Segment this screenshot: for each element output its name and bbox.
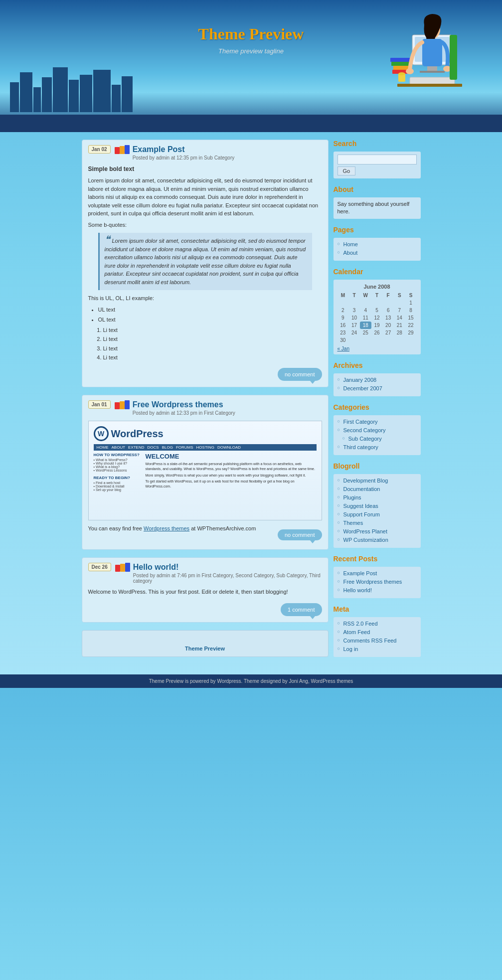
wp-left-link6: • Download & install <box>94 485 144 488</box>
cat-second-link[interactable]: Second Category <box>343 427 386 433</box>
blogroll-plugins-link[interactable]: Plugins <box>343 494 361 500</box>
cal-th-f: F <box>382 292 394 299</box>
cat-first-link[interactable]: First Category <box>343 419 378 425</box>
post-body-3: Welcome to WordPress. This is your first… <box>88 588 322 616</box>
svg-rect-5 <box>397 84 462 87</box>
cat-third-link[interactable]: Third category <box>343 444 378 450</box>
meta-rss2-link[interactable]: RSS 2.0 Feed <box>343 621 378 627</box>
blogroll-wpplanet-link[interactable]: WordPress Planet <box>343 528 387 534</box>
meta-comments-rss-link[interactable]: Comments RSS Feed <box>343 638 397 644</box>
meta-atom[interactable]: Atom Feed <box>337 629 417 636</box>
cal-d-empty6 <box>394 299 405 307</box>
blogroll-docs[interactable]: Documentation <box>337 486 417 492</box>
blogroll-themes-link[interactable]: Themes <box>343 520 363 526</box>
sidebar-about: About Say something about yourself here. <box>334 185 421 219</box>
cal-d-e1 <box>348 336 360 344</box>
post-meta-2: Posted by admin at 12:33 pm in First Cat… <box>133 410 235 416</box>
calendar-prev-link[interactable]: « Jan <box>337 346 349 351</box>
page-home-link[interactable]: Home <box>343 241 358 247</box>
post-body-text-2b: at WPThemesArchive.com <box>191 525 256 531</box>
meta-login[interactable]: Log in <box>337 646 417 653</box>
cal-d-18-today[interactable]: 18 <box>360 322 371 329</box>
pages-title: Pages <box>334 226 421 235</box>
wp-logo-circle: W <box>94 426 109 441</box>
wp-nav-extend: EXTEND <box>128 445 144 450</box>
wp-left-link4: • WordPress Lessons <box>94 469 144 472</box>
cal-today-link[interactable]: 18 <box>363 323 368 328</box>
blogroll-plugins[interactable]: Plugins <box>337 494 417 501</box>
blogroll-docs-link[interactable]: Documentation <box>343 486 380 492</box>
page-about-link[interactable]: About <box>343 250 358 256</box>
recent-post-2[interactable]: Free Wordpress themes <box>337 578 417 585</box>
blogroll-suggest-link[interactable]: Suggest Ideas <box>343 503 378 509</box>
cat-second[interactable]: Second Category <box>337 427 417 434</box>
comment-bubble-1[interactable]: no comment <box>278 368 322 381</box>
archive-jan2008[interactable]: January 2008 <box>337 376 417 383</box>
blogroll-content: Development Blog Documentation Plugins S… <box>334 474 421 548</box>
sidebar-pages: Pages Home About <box>334 226 421 261</box>
cat-sub[interactable]: Sub Category <box>337 435 417 442</box>
building-8 <box>93 70 111 112</box>
search-input[interactable] <box>337 155 417 164</box>
blogroll-dev-link[interactable]: Development Blog <box>343 478 388 484</box>
svg-rect-24 <box>120 564 125 572</box>
cal-th-s2: S <box>405 292 417 299</box>
blogroll-dev[interactable]: Development Blog <box>337 477 417 484</box>
archive-dec2007[interactable]: December 2007 <box>337 385 417 392</box>
meta-login-link[interactable]: Log in <box>343 646 358 652</box>
building-5 <box>53 67 68 112</box>
header-bottom-bar <box>0 115 502 132</box>
post-title-link-3[interactable]: Hello world! <box>133 563 179 571</box>
recent-post-3[interactable]: Hello world! <box>337 587 417 594</box>
svg-rect-20 <box>115 402 120 409</box>
recent-post-1[interactable]: Example Post <box>337 570 417 577</box>
archive-jan2008-link[interactable]: January 2008 <box>343 377 377 383</box>
wp-nav-blog: BLOG <box>162 445 173 450</box>
cat-third[interactable]: Third category <box>337 444 417 451</box>
page-about[interactable]: About <box>337 249 417 256</box>
post-title-link-2[interactable]: Free Wordpress themes <box>133 400 223 409</box>
cal-d-13: 13 <box>382 314 394 322</box>
cal-d-e3 <box>371 336 383 344</box>
blogroll-wpcustom-link[interactable]: WP Customization <box>343 537 388 543</box>
cat-first[interactable]: First Category <box>337 418 417 425</box>
svg-rect-22 <box>125 400 130 409</box>
archive-dec2007-link[interactable]: December 2007 <box>343 385 382 391</box>
comment-bubble-3[interactable]: 1 comment <box>281 603 322 617</box>
meta-rss2[interactable]: RSS 2.0 Feed <box>337 620 417 627</box>
header-illustration <box>382 10 462 125</box>
post-title-area-1: Example Post Posted by admin at 12:35 pm… <box>133 145 235 161</box>
blogroll-support-link[interactable]: Support Forum <box>343 511 380 517</box>
blogroll-wpcustom[interactable]: WP Customization <box>337 536 417 543</box>
meta-comments-rss[interactable]: Comments RSS Feed <box>337 637 417 644</box>
wp-content-area: HOW TO WORDPRESS? • What is WordPress? •… <box>94 453 317 491</box>
comment-bubble-2[interactable]: no comment <box>278 529 322 540</box>
recent-post-1-link[interactable]: Example Post <box>343 570 377 576</box>
search-button[interactable]: Go <box>337 166 356 175</box>
wp-left-link1: • What is WordPress? <box>94 458 144 462</box>
ul-item-1: UL text <box>98 306 322 314</box>
wordpress-themes-link[interactable]: Wordpress themes <box>144 525 189 531</box>
archives-content: January 2008 December 2007 <box>334 373 421 396</box>
cal-d-15: 15 <box>405 314 417 322</box>
recent-post-2-link[interactable]: Free Wordpress themes <box>343 579 402 585</box>
svg-rect-19 <box>125 145 130 154</box>
wp-nav-forums: FORUMS <box>176 445 193 450</box>
quote-marks: ❝ <box>105 237 110 242</box>
blogroll-themes[interactable]: Themes <box>337 519 417 526</box>
wp-welcome: WELCOME <box>146 453 317 460</box>
cal-d-e5 <box>394 336 405 344</box>
cat-sub-link[interactable]: Sub Category <box>348 436 382 442</box>
recent-post-3-link[interactable]: Hello world! <box>343 587 372 593</box>
sidebar: Search Go About Say something about your… <box>334 140 421 664</box>
page-home[interactable]: Home <box>337 241 417 248</box>
cal-d-empty3 <box>360 299 371 307</box>
blogroll-suggest[interactable]: Suggest Ideas <box>337 502 417 509</box>
sidebar-blogroll: Blogroll Development Blog Documentation … <box>334 462 421 548</box>
blogroll-support[interactable]: Support Forum <box>337 511 417 518</box>
meta-atom-link[interactable]: Atom Feed <box>343 629 370 635</box>
post-title-link-1[interactable]: Example Post <box>133 145 185 154</box>
blogroll-wpplanet[interactable]: WordPress Planet <box>337 528 417 535</box>
post-hello-world: Dec 26 Hello world! Posted by admin at 7… <box>82 557 329 623</box>
cal-d-8: 8 <box>405 307 417 314</box>
